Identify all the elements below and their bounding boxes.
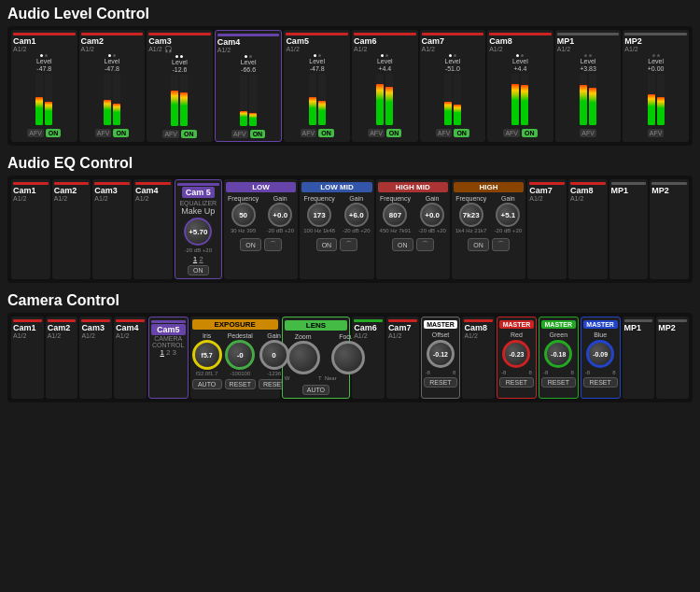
cam-channel-mp2: MP2: [656, 317, 689, 399]
pedestal-reset-button[interactable]: RESET: [225, 379, 256, 389]
red-reset-button[interactable]: RESET: [499, 377, 534, 388]
pedestal-knob[interactable]: -0: [225, 340, 255, 370]
high-on-button[interactable]: ON: [468, 238, 489, 251]
eq-channel-mp1: MP1: [609, 179, 649, 279]
eq-band-lowmid: LOW MID Frequency 173 100 Hz 1k48 Gain +…: [300, 179, 373, 279]
zoom-knob[interactable]: [287, 341, 320, 374]
eq-band-low: LOW Frequency 50 30 Hz 395 Gain +0.0 -20…: [224, 179, 298, 279]
level-channel-cam4: Cam4 A1/2 Level -66.6 AFV ON: [215, 30, 283, 142]
cam-channel-mp1: MP1: [623, 317, 655, 399]
cam-channel-cam3: Cam3 A1/2: [79, 317, 112, 399]
eq-channel-cam3: Cam3 A1/2: [92, 179, 132, 279]
low-gain-knob[interactable]: +0.0: [268, 203, 292, 227]
audio-level-title: Audio Level Control: [7, 6, 693, 22]
camera-control-section: Camera Control Cam1 A1/2 Cam2 A1/2 Cam3 …: [0, 287, 700, 406]
camera-control-inner: Cam1 A1/2 Cam2 A1/2 Cam3 A1/2 Cam4 A1/2 …: [7, 313, 693, 402]
lens-auto-button[interactable]: AUTO: [302, 385, 329, 395]
lowmid-on-button[interactable]: ON: [316, 238, 338, 251]
level-channel-cam8: Cam8 A1/2 Level +4.4 AFV ON: [487, 30, 553, 142]
level-channel-cam3: Cam3 A1/2 🎧 Level -12.6 AFV ON: [147, 30, 213, 142]
eq-channel-cam8: Cam8 A1/2: [568, 179, 608, 279]
iris-auto-button[interactable]: AUTO: [192, 379, 222, 389]
lowmid-freq-knob[interactable]: 173: [307, 203, 331, 227]
cam-channel-cam7: Cam7 A1/2: [386, 317, 419, 399]
iris-knob[interactable]: f5.7: [192, 340, 222, 370]
camera-control-title: Camera Control: [7, 292, 693, 309]
blue-knob[interactable]: -0.09: [586, 340, 614, 368]
blue-reset-button[interactable]: RESET: [583, 377, 618, 388]
cam-master-offset: MASTER Offset -0.12 -8 8 RESET: [421, 317, 461, 399]
low-curve-button[interactable]: ⌒: [264, 238, 282, 251]
cam-channel-cam4: Cam4 A1/2: [114, 317, 147, 399]
highmid-freq-knob[interactable]: 807: [383, 203, 407, 227]
audio-level-section: Audio Level Control Cam1 A1/2 Level -47.…: [0, 0, 700, 149]
offset-reset-button[interactable]: RESET: [424, 377, 458, 388]
low-on-button[interactable]: ON: [240, 238, 261, 251]
eq-channel-cam1: Cam1 A1/2: [11, 179, 50, 279]
low-freq-knob[interactable]: 50: [231, 203, 256, 227]
cam-master-blue: MASTER Blue -0.09 -8 8 RESET: [581, 317, 621, 399]
eq-channel-cam5-active: Cam 5 EQUALIZER Make Up +5.70 -20 dB +20…: [175, 179, 222, 279]
cam-channel-cam8: Cam8 A1/2: [462, 317, 495, 399]
eq-on-button[interactable]: ON: [188, 265, 209, 275]
offset-knob[interactable]: -0.12: [427, 340, 455, 368]
highmid-on-button[interactable]: ON: [392, 238, 413, 251]
level-channel-mp1: MP1 A1/2 Level +3.83 AFV: [555, 30, 622, 142]
green-knob[interactable]: -0.18: [544, 340, 572, 368]
eq-band-high: HIGH Frequency 7k23 1k4 Hz 21k7 Gain +5.…: [452, 179, 525, 279]
audio-eq-section: Audio EQ Control Cam1 A1/2 Cam2 A1/2 Cam…: [0, 149, 700, 287]
cam-master-red: MASTER Red -0.23 -8 8 RESET: [497, 317, 537, 399]
cam1-sub: A1/2: [13, 46, 26, 52]
cam-channel-cam1: Cam1 A1/2: [11, 317, 44, 399]
cam-channel-cam5-active: Cam5 CAMERACONTROL 1 2 3: [148, 317, 189, 399]
level-channel-cam7: Cam7 A1/2 Level -51.0 AFV ON: [420, 30, 486, 142]
cam1-name: Cam1: [13, 36, 36, 46]
green-reset-button[interactable]: RESET: [541, 377, 576, 388]
high-freq-knob[interactable]: 7k23: [459, 203, 483, 227]
highmid-gain-knob[interactable]: +0.0: [420, 203, 444, 227]
eq-band-highmid: HIGH MID Frequency 807 450 Hz 7k91 Gain …: [376, 179, 450, 279]
eq-channel-cam2: Cam2 A1/2: [52, 179, 91, 279]
level-channel-mp2: MP2 A1/2 Level +0.00 AFV: [623, 30, 689, 142]
level-channel-cam1: Cam1 A1/2 Level -47.8 AFV ON: [11, 30, 77, 142]
red-knob[interactable]: -0.23: [502, 340, 530, 368]
cam-channel-cam2: Cam2 A1/2: [46, 317, 78, 399]
eq-channel-cam4: Cam4 A1/2: [133, 179, 173, 279]
eq-channel-mp2: MP2: [650, 179, 689, 279]
eq-channel-cam7: Cam7 A1/2: [527, 179, 567, 279]
audio-eq-title: Audio EQ Control: [7, 155, 693, 172]
level-channel-cam6: Cam6 A1/2 Level +4.4 AFV ON: [352, 30, 418, 142]
high-curve-button[interactable]: ⌒: [492, 238, 510, 251]
highmid-curve-button[interactable]: ⌒: [416, 238, 434, 251]
lowmid-gain-knob[interactable]: +6.0: [344, 203, 369, 227]
gain-knob[interactable]: 0: [259, 340, 289, 370]
cam-lens-group: LENS Zoom W T Focus: [282, 317, 351, 399]
level-channel-cam5: Cam5 A1/2 Level -47.8 AFV ON: [284, 30, 350, 142]
audio-level-channels: Cam1 A1/2 Level -47.8 AFV ON Cam2: [7, 26, 693, 146]
audio-eq-inner: Cam1 A1/2 Cam2 A1/2 Cam3 A1/2 Cam4 A1/2 …: [7, 176, 693, 283]
focus-knob[interactable]: [331, 341, 365, 374]
high-gain-knob[interactable]: +5.1: [496, 203, 520, 227]
level-channel-cam2: Cam2 A1/2 Level -47.8 AFV ON: [79, 30, 146, 142]
cam-exposure-group: EXPOSURE Iris f5.7 f32.0 f1.7 AUTO Ped: [190, 317, 280, 399]
lowmid-curve-button[interactable]: ⌒: [340, 238, 357, 251]
cam-master-green: MASTER Green -0.18 -8 8 RESET: [539, 317, 579, 399]
